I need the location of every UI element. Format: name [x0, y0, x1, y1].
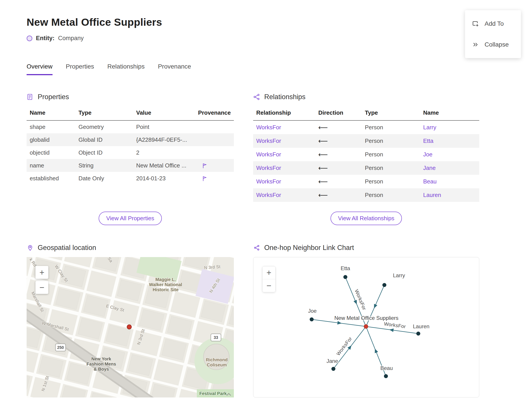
- tab-provenance[interactable]: Provenance: [158, 63, 191, 75]
- relationship-type: Person: [362, 134, 420, 148]
- direction-arrow: ⟵: [318, 191, 328, 199]
- properties-col-type: Type: [75, 106, 133, 121]
- relationship-row: WorksFor⟵PersonLauren: [253, 188, 479, 202]
- properties-section-title: Properties: [38, 93, 69, 101]
- relationship-type: Person: [362, 175, 420, 188]
- add-to-label: Add To: [485, 20, 504, 27]
- svg-text:250: 250: [57, 345, 64, 350]
- related-entity-link[interactable]: Jane: [423, 165, 436, 171]
- graph-node[interactable]: [310, 317, 314, 321]
- relationships-panel: Relationships Relationship Direction Typ…: [253, 93, 479, 225]
- node-label: Etta: [341, 265, 350, 271]
- graph-center-node[interactable]: [364, 324, 368, 329]
- link-chart-canvas[interactable]: WorksForWorksForWorksForEttaLarryJoeLaur…: [253, 257, 479, 397]
- relationship-type: Person: [362, 161, 420, 175]
- page-title: New Metal Office Suppliers: [27, 16, 505, 28]
- property-provenance: [195, 159, 234, 172]
- related-entity-link[interactable]: Beau: [423, 178, 437, 185]
- graph-node[interactable]: [331, 367, 335, 371]
- properties-panel: Properties Name Type Value Provenance sh…: [27, 93, 234, 225]
- property-provenance: [195, 172, 234, 185]
- tab-bar: Overview Properties Relationships Proven…: [27, 63, 505, 75]
- map-zoom-in-button[interactable]: +: [35, 266, 48, 279]
- chart-zoom-in-button[interactable]: +: [262, 266, 275, 279]
- property-name: established: [27, 172, 75, 185]
- entity-type-icon: [27, 35, 32, 41]
- property-type: Object ID: [75, 146, 133, 159]
- edge-arrow-icon: [337, 321, 342, 324]
- add-to-button[interactable]: Add To: [465, 13, 521, 34]
- relationship-link[interactable]: WorksFor: [256, 124, 281, 131]
- collapse-button[interactable]: Collapse: [465, 34, 521, 55]
- related-entity-link[interactable]: Joe: [423, 151, 432, 158]
- graph-node[interactable]: [343, 275, 347, 279]
- link-chart-section: One-hop Neighbor Link Chart WorksForWork…: [253, 244, 479, 398]
- node-label: Jane: [326, 358, 338, 364]
- add-to-icon: [472, 20, 479, 27]
- provenance-flag-icon[interactable]: [201, 162, 208, 169]
- context-action-card: Add To Collapse: [465, 10, 521, 58]
- map-canvas[interactable]: k RdW Clay StSaMarshall StW Marshall StE…: [27, 257, 234, 398]
- chart-zoom-control: + −: [262, 266, 276, 292]
- relationships-col-direction: Direction: [315, 106, 362, 121]
- property-provenance: [195, 121, 234, 133]
- relationships-table: Relationship Direction Type Name WorksFo…: [253, 106, 479, 202]
- view-all-relationships-button[interactable]: View All Relationships: [331, 212, 402, 225]
- relationship-link[interactable]: WorksFor: [256, 151, 281, 158]
- related-entity-link[interactable]: Larry: [423, 124, 436, 131]
- related-entity-link[interactable]: Etta: [423, 137, 433, 144]
- center-node-label: New Metal Office Suppliers: [334, 315, 398, 321]
- relationships-col-relationship: Relationship: [253, 106, 315, 121]
- relationship-link[interactable]: WorksFor: [256, 192, 281, 198]
- property-name: name: [27, 159, 75, 172]
- place-label: RichmondColiseum: [206, 357, 228, 367]
- provenance-flag-icon[interactable]: [201, 175, 208, 182]
- relationship-type: Person: [362, 188, 420, 202]
- node-label: Joe: [308, 308, 317, 314]
- collapse-chevrons-icon: [472, 41, 479, 48]
- property-name: objectid: [27, 146, 75, 159]
- property-value: Point: [133, 121, 195, 133]
- property-row: globalidGlobal ID{A228944F-0EF5-...: [27, 133, 234, 146]
- properties-icon: [27, 93, 34, 101]
- related-entity-link[interactable]: Lauren: [423, 192, 441, 198]
- node-label: Larry: [393, 272, 405, 278]
- direction-arrow: ⟵: [318, 151, 328, 158]
- map[interactable]: k RdW Clay StSaMarshall StW Marshall StE…: [27, 257, 234, 398]
- location-marker: [127, 325, 132, 329]
- geospatial-section-title: Geospatial location: [38, 244, 96, 252]
- relationship-link[interactable]: WorksFor: [256, 178, 281, 185]
- place-label: Festival Park: [199, 391, 227, 396]
- relationship-link[interactable]: WorksFor: [256, 165, 281, 171]
- map-zoom-out-button[interactable]: −: [35, 281, 48, 294]
- edge-arrow-icon: [375, 349, 378, 353]
- view-all-properties-button[interactable]: View All Properties: [99, 212, 162, 225]
- property-type: Date Only: [75, 172, 133, 185]
- tab-overview[interactable]: Overview: [27, 63, 53, 75]
- tab-relationships[interactable]: Relationships: [107, 63, 145, 75]
- relationship-link[interactable]: WorksFor: [256, 137, 281, 144]
- link-chart[interactable]: WorksForWorksForWorksForEttaLarryJoeLaur…: [253, 257, 479, 398]
- tab-properties[interactable]: Properties: [66, 63, 94, 75]
- direction-arrow: ⟵: [318, 178, 328, 185]
- relationships-col-type: Type: [362, 106, 420, 121]
- graph-node[interactable]: [416, 331, 420, 336]
- properties-col-provenance: Provenance: [195, 106, 234, 121]
- relationships-col-name: Name: [420, 106, 479, 121]
- property-type: Global ID: [75, 133, 133, 146]
- entity-type-value: Company: [58, 35, 84, 42]
- graph-node[interactable]: [384, 374, 388, 378]
- route-shield: 33: [211, 334, 221, 341]
- svg-text:33: 33: [214, 335, 218, 340]
- property-value: {A228944F-0EF5-...: [133, 133, 195, 146]
- property-value: New Metal Office ...: [133, 159, 195, 172]
- property-name: globalid: [27, 133, 75, 146]
- relationship-type: Person: [362, 148, 420, 161]
- graph-node[interactable]: [382, 283, 386, 287]
- relationship-row: WorksFor⟵PersonBeau: [253, 175, 479, 188]
- chart-zoom-out-button[interactable]: −: [262, 279, 275, 292]
- relationships-section-title: Relationships: [264, 93, 306, 101]
- node-label: Beau: [380, 365, 393, 371]
- properties-col-name: Name: [27, 106, 75, 121]
- properties-col-value: Value: [133, 106, 195, 121]
